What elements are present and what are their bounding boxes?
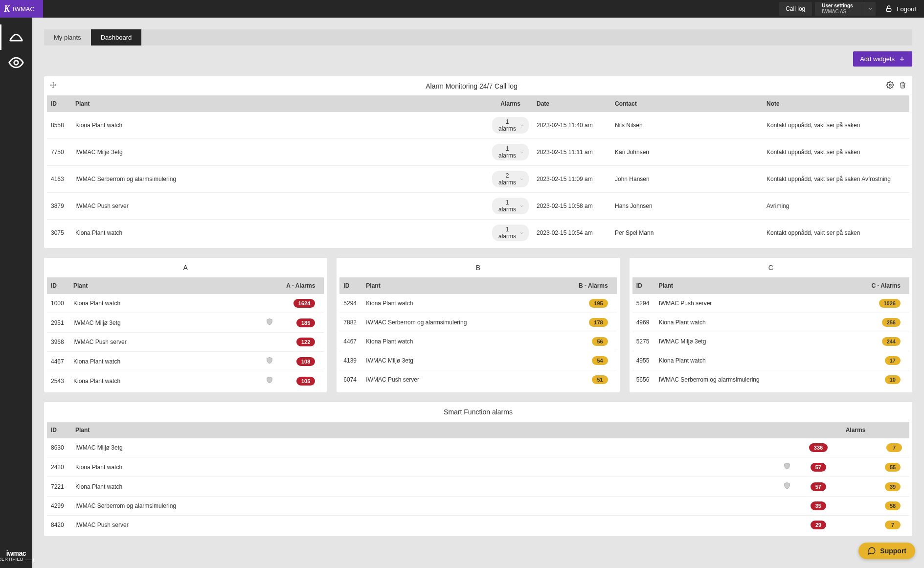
add-widgets-button[interactable]: Add widgets (853, 51, 912, 67)
user-settings-caret[interactable] (864, 2, 876, 16)
widget-a: A ID Plant A - Alarms 1000Kiona Plant wa… (44, 258, 327, 392)
sidebar-item-watch[interactable] (0, 50, 32, 75)
lock-icon (885, 5, 893, 13)
table-row: 3879IWMAC Push server1 alarms 2023-02-15… (47, 193, 909, 220)
eye-icon (8, 54, 24, 71)
alarm-badge: 122 (296, 338, 315, 346)
table-row: 4299IWMAC Serberrom og alarmsimulering35… (47, 497, 909, 516)
alarm-badge-amber: 58 (885, 501, 901, 510)
call-log-button[interactable]: Call log (779, 2, 812, 16)
table-row: 3968IWMAC Push server122 (47, 333, 324, 352)
alarm-dropdown[interactable]: 1 alarms (492, 144, 529, 160)
alarm-badge-red: 57 (811, 463, 826, 472)
shield-icon (783, 462, 791, 470)
alarm-dropdown[interactable]: 1 alarms (492, 225, 529, 241)
user-settings-button[interactable]: User settings IWMAC AS (815, 2, 864, 16)
sidebar-footer-logo: iwmac CERTIFIED (0, 544, 32, 568)
col-note: Note (763, 95, 909, 112)
cell-plant: IWMAC Miljø 3etg (71, 139, 488, 166)
alarm-badge-red: 57 (811, 482, 826, 491)
alarm-dropdown[interactable]: 2 alarms (492, 171, 529, 187)
cell-plant: IWMAC Serberrom og alarmsimulering (71, 166, 488, 193)
table-row: 4955Kiona Plant watch17 (632, 351, 909, 370)
shield-icon (783, 482, 791, 490)
chevron-down-icon (519, 123, 524, 128)
alarm-badge-amber: 55 (885, 463, 901, 472)
table-row: 5294Kiona Plant watch195 (339, 294, 616, 313)
drag-handle-icon[interactable] (50, 82, 57, 90)
table-row: 5294IWMAC Push server1026 (632, 294, 909, 313)
table-row: 6074IWMAC Push server51 (339, 370, 616, 389)
svg-rect-0 (887, 8, 891, 11)
dashboard-icon (8, 29, 24, 45)
settings-icon[interactable] (886, 81, 894, 91)
cell-contact: Hans Johnsen (611, 193, 763, 220)
alarm-badge-red: 29 (811, 521, 826, 529)
cell-plant: Kiona Plant watch (71, 220, 488, 247)
alarm-dropdown[interactable]: 1 alarms (492, 117, 529, 134)
alarm-badge: 17 (885, 356, 901, 365)
table-a: ID Plant A - Alarms 1000Kiona Plant watc… (47, 277, 324, 390)
col-contact: Contact (611, 95, 763, 112)
cell-contact: Nils Nilsen (611, 112, 763, 139)
tab-my-plants[interactable]: My plants (44, 29, 91, 45)
chevron-down-icon (519, 204, 524, 209)
shield-icon (266, 318, 273, 326)
widget-title: Alarm Monitoring 24/7 Call log (57, 82, 886, 90)
alarm-dropdown[interactable]: 1 alarms (492, 198, 529, 214)
alarm-badge: 185 (296, 318, 315, 327)
call-log-table: ID Plant Alarms Date Contact Note 8558Ki… (47, 95, 909, 246)
alarm-badge-amber: 39 (885, 482, 901, 491)
alarm-badge: 195 (589, 299, 608, 308)
alarm-badge: 54 (592, 356, 608, 365)
chevron-down-icon (519, 150, 524, 155)
alarm-badge-red: 336 (809, 443, 828, 452)
table-row: 3075Kiona Plant watch1 alarms 2023-02-15… (47, 220, 909, 247)
alarm-badge-amber: 7 (885, 521, 901, 529)
table-row: 1000Kiona Plant watch1624 (47, 294, 324, 313)
table-row: 7750IWMAC Miljø 3etg1 alarms 2023-02-15 … (47, 139, 909, 166)
alarm-badge: 1026 (879, 299, 901, 308)
tab-dashboard[interactable]: Dashboard (91, 29, 142, 45)
alarm-badge: 178 (589, 318, 608, 327)
table-row: 5656IWMAC Serberrom og alarmsimulering10 (632, 370, 909, 389)
table-row: 2951IWMAC Miljø 3etg185 (47, 313, 324, 333)
alarm-badge-red: 35 (811, 501, 826, 510)
support-button[interactable]: Support (858, 543, 915, 559)
svg-point-6 (889, 84, 891, 86)
sidebar-item-dashboard[interactable] (0, 24, 32, 50)
cell-id: 7750 (47, 139, 71, 166)
alarm-badge: 256 (882, 318, 901, 327)
tabs: My plants Dashboard (44, 29, 912, 45)
table-c: ID Plant C - Alarms 5294IWMAC Push serve… (632, 277, 909, 389)
table-row: 2543Kiona Plant watch105 (47, 371, 324, 391)
brand-name: IWMAC (13, 5, 35, 13)
col-date: Date (533, 95, 611, 112)
brand-logo[interactable]: K IWMAC (0, 0, 43, 18)
cell-date: 2023-02-15 10:58 am (533, 193, 611, 220)
alarm-badge-amber: 7 (886, 443, 902, 452)
table-row: 7221Kiona Plant watch5739 (47, 477, 909, 497)
table-row: 2420Kiona Plant watch5755 (47, 457, 909, 477)
main-content: My plants Dashboard Add widgets Alarm Mo… (32, 18, 924, 568)
table-row: 4969Kiona Plant watch256 (632, 313, 909, 332)
cell-date: 2023-02-15 11:40 am (533, 112, 611, 139)
plus-icon (899, 56, 905, 63)
cell-plant: IWMAC Push server (71, 193, 488, 220)
cell-note: Avriming (763, 193, 909, 220)
shield-icon (266, 376, 273, 384)
alarm-badge: 1624 (293, 299, 315, 308)
table-row: 4467Kiona Plant watch56 (339, 332, 616, 351)
topbar: K IWMAC Call log User settings IWMAC AS … (0, 0, 924, 18)
table-row: 4467Kiona Plant watch108 (47, 352, 324, 371)
table-row: 8558Kiona Plant watch1 alarms 2023-02-15… (47, 112, 909, 139)
table-row: 8630IWMAC Miljø 3etg3367 (47, 438, 909, 457)
alarm-badge: 10 (885, 375, 901, 384)
cell-note: Kontakt oppnådd, vakt ser på saken (763, 112, 909, 139)
delete-icon[interactable] (899, 81, 906, 91)
cell-contact: John Hansen (611, 166, 763, 193)
table-row: 4139IWMAC Miljø 3etg54 (339, 351, 616, 370)
widget-c: C ID Plant C - Alarms 5294IWMAC Push ser… (630, 258, 912, 392)
logout-button[interactable]: Logout (877, 0, 924, 18)
shield-icon (266, 357, 273, 364)
